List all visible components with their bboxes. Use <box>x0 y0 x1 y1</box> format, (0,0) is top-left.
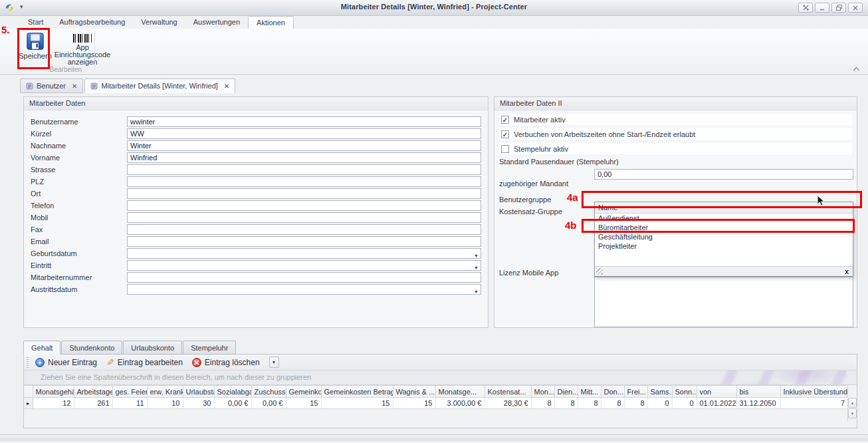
column-header[interactable]: Sams... <box>647 386 672 398</box>
grid-cell[interactable]: 15 <box>393 398 435 409</box>
close-button[interactable] <box>848 3 863 13</box>
kuerzel-field[interactable]: WW▼ <box>127 128 481 139</box>
checkbox-verbuchen-arbeitszeiten[interactable]: ✓ Verbuchen von Arbeitszeiten ohne Start… <box>499 128 852 140</box>
column-header[interactable]: bis <box>736 386 780 398</box>
grid-cell[interactable]: 0,00 € <box>251 398 286 409</box>
tab-mitarbeiter-details[interactable]: Mitarbeiter Details [Winter, Winfried] ✕ <box>84 78 235 93</box>
column-header[interactable]: Sonn... <box>672 386 697 398</box>
new-entry-button[interactable]: + Neuer Eintrag <box>33 357 102 369</box>
column-header[interactable]: Monatsge... <box>435 386 485 398</box>
fax-field[interactable]: ▼ <box>127 224 481 235</box>
column-header[interactable]: erw. Krank... <box>147 386 183 398</box>
ribbon-tab-auftragsbearbeitung[interactable]: Auftragsbearbeitung <box>51 16 133 29</box>
grid-cell[interactable]: 8 <box>554 398 578 409</box>
grid-scrollbar[interactable]: ▲ ▼ <box>847 397 857 421</box>
tab-stundenkonto[interactable]: Stundenkonto <box>61 341 122 355</box>
benutzername-field[interactable]: wwinter▼ <box>127 116 481 127</box>
column-header[interactable]: Don... <box>601 386 624 398</box>
column-header[interactable]: Gemeinkos... <box>286 386 321 398</box>
column-header[interactable]: Mitt... <box>578 386 601 398</box>
toolbar-grip-icon[interactable] <box>27 357 29 368</box>
grid-cell[interactable]: 11 <box>112 398 147 409</box>
tab-benutzer[interactable]: Benutzer ✕ <box>20 78 83 93</box>
checkbox-stempeluhr-aktiv[interactable]: Stempeluhr aktiv <box>499 143 852 154</box>
delete-entry-button[interactable]: ✕ Eintrag löschen <box>189 357 265 369</box>
grid-cell[interactable]: 0 <box>647 398 672 409</box>
restore-button[interactable] <box>831 3 846 13</box>
column-header[interactable]: Frei... <box>624 386 647 398</box>
grid-cell[interactable]: 0,00 € <box>214 398 251 409</box>
eintritt-field[interactable]: ▼ <box>127 260 481 271</box>
email-field[interactable]: ▼ <box>127 236 481 247</box>
column-header[interactable]: Arbeitstage <box>74 386 112 398</box>
tab-close-icon[interactable]: ✕ <box>224 82 229 90</box>
mitarbeiternummer-field[interactable]: ▼ <box>127 272 481 283</box>
ribbon-collapse-icon[interactable] <box>853 65 860 73</box>
window-customize-button[interactable] <box>798 3 813 13</box>
resize-grip-icon[interactable] <box>596 268 603 275</box>
grid-cell[interactable]: 261 <box>74 398 112 409</box>
grid-cell[interactable]: 8 <box>624 398 647 409</box>
grid-cell[interactable]: 01.01.2022 <box>697 398 736 409</box>
dropdown-clear-button[interactable]: x <box>845 267 849 275</box>
plz-field[interactable]: ▼ <box>127 176 481 187</box>
checkbox-mitarbeiter-aktiv[interactable]: ✓ Mitarbeiter aktiv <box>499 114 852 125</box>
column-header[interactable]: Mon... <box>531 386 554 398</box>
austrittsdatum-field[interactable]: ▼ <box>127 284 481 295</box>
grid-cell[interactable]: 12 <box>33 398 74 409</box>
tab-close-icon[interactable]: ✕ <box>72 82 77 90</box>
scroll-up-icon[interactable]: ▲ <box>848 398 857 408</box>
toolbar-overflow-button[interactable]: ▼ <box>269 357 279 368</box>
grid-cell[interactable]: 30 <box>183 398 214 409</box>
pausendauer-field[interactable]: 0,00 <box>594 169 853 180</box>
nachname-field[interactable]: Winter▼ <box>127 140 481 151</box>
minimize-button[interactable] <box>815 3 829 13</box>
ribbon-tab-verwaltung[interactable]: Verwaltung <box>133 16 185 29</box>
tab-gehalt[interactable]: Gehalt <box>23 341 60 355</box>
column-header[interactable]: Urlaubstage <box>183 386 214 398</box>
grid-cell[interactable]: 15 <box>286 398 321 409</box>
date-dropdown-icon[interactable]: ▼ <box>474 287 479 296</box>
column-header[interactable]: von <box>697 386 736 398</box>
dropdown-item-projektleiter[interactable]: Projektleiter <box>595 241 853 251</box>
grid-cell[interactable]: 15 <box>321 398 393 409</box>
column-header[interactable]: Monatsgehälter <box>33 386 74 398</box>
ort-field[interactable]: ▼ <box>127 188 481 199</box>
scroll-down-icon[interactable]: ▼ <box>848 408 857 418</box>
telefon-field[interactable]: ▼ <box>127 200 481 211</box>
vorname-field[interactable]: Winfried▼ <box>127 152 481 163</box>
grid-cell[interactable]: 31.12.2050 <box>736 398 780 409</box>
tab-urlaubskonto[interactable]: Urlaubskonto <box>123 341 182 355</box>
grid-cell[interactable]: 3.000,00 € <box>435 398 485 409</box>
grid-cell[interactable]: 10 <box>147 398 183 409</box>
lizenz-mobile-app-field[interactable] <box>594 277 853 327</box>
column-header[interactable]: Gemeinkosten Betrag <box>321 386 393 398</box>
grid-cell[interactable]: 7 <box>780 398 848 409</box>
grid-cell[interactable]: 8 <box>531 398 554 409</box>
geburtsdatum-field[interactable]: ▼ <box>127 248 481 259</box>
grid-cell[interactable]: 8 <box>601 398 624 409</box>
mobil-field[interactable]: ▼ <box>127 212 481 223</box>
ribbon-tab-aktionen[interactable]: Aktionen <box>248 16 294 29</box>
grid-cell[interactable]: 28,30 € <box>485 398 531 409</box>
row-indicator[interactable]: ► <box>24 398 33 409</box>
edit-entry-button[interactable]: ✎ Eintrag bearbeiten <box>104 356 188 369</box>
ribbon-tab-auswertungen[interactable]: Auswertungen <box>185 16 248 29</box>
column-header[interactable]: Kostensat... <box>485 386 531 398</box>
group-by-panel[interactable]: Ziehen Sie eine Spaltenüberschrift in di… <box>24 370 857 385</box>
date-dropdown-icon[interactable]: ▼ <box>474 251 479 260</box>
date-dropdown-icon[interactable]: ▼ <box>474 263 479 272</box>
column-header[interactable]: Sozialabga... <box>214 386 251 398</box>
ribbon-tab-start[interactable]: Start <box>20 16 51 29</box>
grid-cell[interactable]: 8 <box>578 398 601 409</box>
column-header[interactable]: ges. Feiert... <box>112 386 147 398</box>
column-header[interactable]: Dien... <box>554 386 578 398</box>
grid-cell[interactable]: 0 <box>672 398 697 409</box>
column-header[interactable]: Zuschuss <box>251 386 286 398</box>
column-header[interactable]: Inklusive Überstunden <box>780 386 848 398</box>
dropdown-item-geschaeftsleitung[interactable]: Geschäftsleitung <box>595 232 853 241</box>
tab-stempeluhr[interactable]: Stempeluhr <box>183 341 236 355</box>
strasse-field[interactable]: ▼ <box>127 164 481 175</box>
column-header[interactable]: Wagnis & ... <box>393 386 435 398</box>
app-setup-code-button[interactable]: App Einrichtungscode anzeigen <box>53 31 112 66</box>
